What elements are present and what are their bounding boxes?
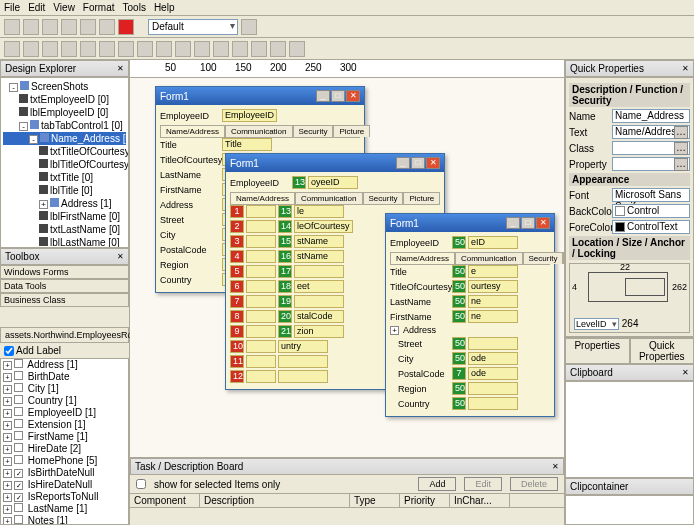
tab-security[interactable]: Security — [363, 192, 404, 204]
field-value[interactable]: Title — [222, 138, 272, 151]
field-value[interactable]: eet — [294, 280, 344, 293]
align-btn[interactable] — [42, 41, 58, 57]
show-selected-check[interactable] — [136, 479, 146, 489]
field-value[interactable] — [246, 340, 276, 353]
align-btn[interactable] — [194, 41, 210, 57]
minimize-icon[interactable]: _ — [506, 217, 520, 229]
field-item[interactable]: + HomePhone [5] — [1, 455, 128, 467]
field-value[interactable] — [246, 250, 276, 263]
align-btn[interactable] — [4, 41, 20, 57]
field-value[interactable] — [246, 310, 276, 323]
level-value[interactable]: 264 — [622, 318, 662, 329]
tree-item[interactable]: lblTitleOfCourtesy [0] — [3, 158, 126, 171]
tree-item[interactable]: -ScreenShots — [3, 80, 126, 93]
align-btn[interactable] — [289, 41, 305, 57]
designer-form-3[interactable]: Form1_□✕ EmployeeID50eID Name/AddressCom… — [385, 213, 555, 417]
field-item[interactable]: + IsReportsToNull — [1, 491, 128, 503]
tab-picture[interactable]: Picture — [563, 252, 564, 264]
field-item[interactable]: + FirstName [1] — [1, 431, 128, 443]
field-value[interactable]: ne — [468, 310, 518, 323]
menu-edit[interactable]: Edit — [28, 2, 45, 13]
field-value[interactable] — [294, 295, 344, 308]
style-combo[interactable]: Default — [148, 19, 238, 35]
tree-item[interactable]: txtEmployeeID [0] — [3, 93, 126, 106]
field-value[interactable]: EmployeeID — [222, 109, 277, 122]
field-value[interactable]: le — [294, 205, 344, 218]
align-btn[interactable] — [270, 41, 286, 57]
prop-name[interactable]: Name_Address — [612, 109, 690, 123]
level-combo[interactable]: LevelID — [574, 318, 619, 330]
field-value[interactable] — [246, 370, 276, 383]
field-value[interactable] — [246, 205, 276, 218]
tab-properties[interactable]: Properties — [565, 338, 630, 364]
tab-name-address[interactable]: Name/Address — [390, 252, 455, 264]
field-value[interactable]: ode — [468, 352, 518, 365]
field-value[interactable] — [246, 325, 276, 338]
tab-quick-properties[interactable]: Quick Properties — [630, 338, 695, 364]
tab-picture[interactable]: Picture — [403, 192, 440, 204]
close-icon[interactable]: ✕ — [346, 90, 360, 102]
close-icon[interactable]: ✕ — [426, 157, 440, 169]
tree-item[interactable]: lblTitle [0] — [3, 184, 126, 197]
tab-picture[interactable]: Picture — [333, 125, 370, 137]
tree-item[interactable]: lblEmployeeID [0] — [3, 106, 126, 119]
prop-text[interactable]: Name/Address — [612, 125, 690, 139]
field-value[interactable] — [246, 265, 276, 278]
add-label-check[interactable] — [4, 346, 14, 356]
field-value[interactable] — [246, 235, 276, 248]
prop-backcolor[interactable]: Control — [612, 204, 690, 218]
field-value[interactable] — [468, 337, 518, 350]
toolbox-cat[interactable]: Windows Forms — [0, 265, 129, 279]
align-btn[interactable] — [175, 41, 191, 57]
tree-item[interactable]: txtLastName [0] — [3, 223, 126, 236]
field-item[interactable]: + IsHireDateNull — [1, 479, 128, 491]
menu-tools[interactable]: Tools — [123, 2, 146, 13]
field-item[interactable]: + Address [1] — [1, 359, 128, 371]
maximize-icon[interactable]: □ — [331, 90, 345, 102]
close-icon[interactable]: ✕ — [117, 64, 124, 73]
tab-name-address[interactable]: Name/Address — [160, 125, 225, 137]
tree-item[interactable]: lblLastName [0] — [3, 236, 126, 248]
tool-btn[interactable] — [42, 19, 58, 35]
field-value[interactable]: oyeeID — [308, 176, 358, 189]
align-btn[interactable] — [61, 41, 77, 57]
minimize-icon[interactable]: _ — [396, 157, 410, 169]
align-btn[interactable] — [80, 41, 96, 57]
field-item[interactable]: + Notes [1] — [1, 515, 128, 525]
field-item[interactable]: + EmployeeID [1] — [1, 407, 128, 419]
close-icon[interactable]: ✕ — [117, 252, 124, 261]
design-explorer-tree[interactable]: -ScreenShotstxtEmployeeID [0]lblEmployee… — [0, 77, 129, 248]
align-btn[interactable] — [23, 41, 39, 57]
toolbox-cat[interactable]: Data Tools — [0, 279, 129, 293]
tab-communication[interactable]: Communication — [455, 252, 523, 264]
field-value[interactable]: e — [468, 265, 518, 278]
align-btn[interactable] — [251, 41, 267, 57]
field-item[interactable]: + HireDate [2] — [1, 443, 128, 455]
design-canvas[interactable]: Form1_□✕ EmployeeIDEmployeeID Name/Addre… — [130, 78, 564, 457]
field-value[interactable]: ode — [468, 367, 518, 380]
menu-help[interactable]: Help — [154, 2, 175, 13]
field-item[interactable]: + BirthDate — [1, 371, 128, 383]
tab-communication[interactable]: Communication — [225, 125, 293, 137]
field-value[interactable] — [468, 382, 518, 395]
prop-property[interactable] — [612, 157, 690, 171]
close-icon[interactable]: ✕ — [682, 368, 689, 377]
tab-security[interactable]: Security — [293, 125, 334, 137]
tab-name-address[interactable]: Name/Address — [230, 192, 295, 204]
field-value[interactable]: stalCode — [294, 310, 344, 323]
maximize-icon[interactable]: □ — [411, 157, 425, 169]
align-btn[interactable] — [213, 41, 229, 57]
menu-format[interactable]: Format — [83, 2, 115, 13]
expand-icon[interactable]: + — [390, 326, 399, 335]
field-value[interactable]: eID — [468, 236, 518, 249]
field-value[interactable] — [246, 220, 276, 233]
tree-item[interactable]: +Address [1] — [3, 197, 126, 210]
tool-btn[interactable] — [4, 19, 20, 35]
delete-icon[interactable] — [118, 19, 134, 35]
field-value[interactable] — [246, 280, 276, 293]
add-button[interactable]: Add — [418, 477, 456, 491]
field-item[interactable]: + City [1] — [1, 383, 128, 395]
tree-item[interactable]: txtTitleOfCourtesy [0] — [3, 145, 126, 158]
maximize-icon[interactable]: □ — [521, 217, 535, 229]
prop-class[interactable] — [612, 141, 690, 155]
